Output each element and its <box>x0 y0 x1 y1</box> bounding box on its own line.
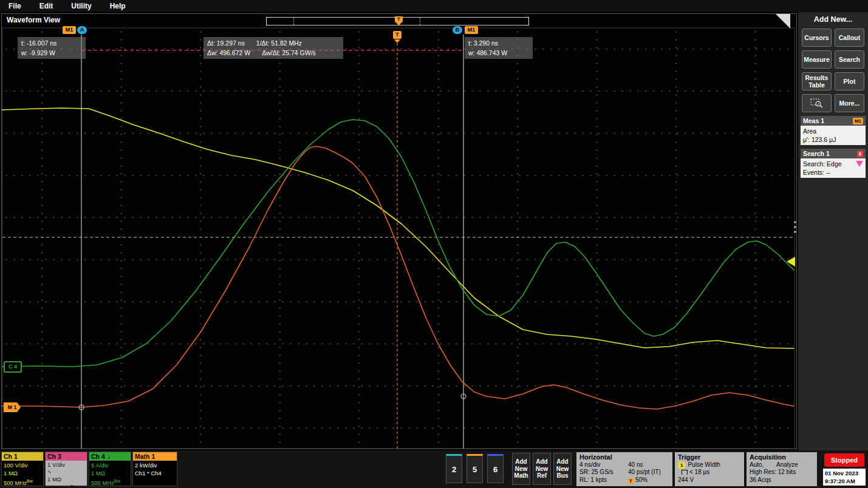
channel-badge-math1[interactable]: Math 1 2 kW/div Ch1 * Ch4 <box>132 452 177 486</box>
datetime-display: 01 Nov 2023 9:37:20 AM <box>823 469 866 486</box>
zoom-box-icon <box>810 98 824 108</box>
cursor-b-time: t: 3.290 ns <box>468 38 529 48</box>
acquisition-mode: Auto, <box>750 461 776 469</box>
menu-bar: File Edit Utility Help <box>0 0 868 12</box>
cursor-a-m1-badge[interactable]: M1 <box>63 26 76 34</box>
ch4-clip-arrow-icon: ↓ <box>108 452 111 461</box>
ch1-scale: 100 V/div <box>4 461 41 469</box>
math1-scale: 2 kW/div <box>135 461 175 469</box>
minimap-left-bracket <box>266 17 270 25</box>
trigger-flag-icon[interactable]: T <box>393 31 402 39</box>
menu-utility[interactable]: Utility <box>71 2 91 10</box>
add-new-bus-button[interactable]: Add New Bus <box>553 453 572 485</box>
acquisition-count: 36 Acqs <box>750 476 814 484</box>
search-button[interactable]: Search <box>835 50 864 69</box>
cursor-a-badge[interactable]: A <box>77 26 87 34</box>
plot-button[interactable]: Plot <box>835 72 864 90</box>
menu-edit[interactable]: Edit <box>39 2 53 10</box>
zoom-corner-icon[interactable] <box>776 14 790 29</box>
trigger-level: 244 V <box>678 476 741 484</box>
run-stop-button[interactable]: Stopped <box>824 453 864 467</box>
search1-card[interactable]: Search 1 3 Search: Edge Events: -- <box>801 149 866 178</box>
horizontal-badge[interactable]: Horizontal 4 ns/div40 ns SR: 25 GS/s40 p… <box>576 452 672 486</box>
cursor-b-value: w: 486.743 W <box>468 48 529 58</box>
cursors-button[interactable]: Cursors <box>802 29 832 47</box>
math1-label: Math 1 <box>135 452 155 461</box>
ch1-bandwidth: 500 MHz <box>4 480 27 486</box>
meas1-source-badge: M1 <box>853 118 863 124</box>
delta-w: Δw: 496.672 W <box>207 48 250 58</box>
ch3-impedance: 1 MΩ <box>47 476 85 483</box>
add-new-title: Add New... <box>798 12 868 24</box>
delta-w-per-t: Δw/Δt: 25.74 GW/s <box>262 48 316 58</box>
date-text: 01 Nov 2023 <box>825 469 864 477</box>
add-new-ref-button[interactable]: Add New Ref <box>533 453 551 485</box>
ch3-label: Ch 3 <box>47 452 61 461</box>
record-length: RL: 1 kpts <box>579 476 628 484</box>
channel-button-6[interactable]: 6 <box>487 454 504 483</box>
ch3-bandwidth: 200 MHz <box>47 485 70 488</box>
cursor-a-readout: t: -16.007 ns w: -9.929 W <box>18 37 86 59</box>
waveform-view-title: Waveform View <box>7 16 60 24</box>
ch1-label: Ch 1 <box>4 452 18 461</box>
trigger-flag-arrow-icon <box>394 39 400 43</box>
measure-button[interactable]: Measure <box>802 50 832 69</box>
delta-t: Δt: 19.297 ns <box>207 38 245 48</box>
minimap-cursor-mark <box>420 18 420 25</box>
search-marker-icon <box>856 161 863 167</box>
minimap-right-bracket <box>525 17 529 25</box>
menu-file[interactable]: File <box>9 2 21 10</box>
trigger-title: Trigger <box>678 453 741 461</box>
search1-type: Search: Edge <box>803 160 863 168</box>
meas1-title: Meas 1 <box>803 117 824 124</box>
meas1-type: Area <box>803 127 863 135</box>
ch4-bandwidth: 500 MHz <box>91 480 114 486</box>
cursor-b-readout: t: 3.290 ns w: 486.743 W <box>465 37 533 59</box>
graticule-frame <box>2 28 795 449</box>
ch1-impedance: 1 MΩ <box>4 469 41 477</box>
channel-button-2[interactable]: 2 <box>446 454 462 483</box>
acquisition-analyze: Analyze <box>776 461 798 469</box>
channel-badge-ch1[interactable]: Ch 1 100 V/div 1 MΩ 500 MHzBw <box>1 452 44 486</box>
horizontal-position: 50% <box>635 476 648 483</box>
channel-badge-ch3[interactable]: Ch 3 1 V/div ∿ 1 MΩ 200 MHzBw <box>45 452 87 486</box>
cursor-a-time: t: -16.007 ns <box>21 38 82 48</box>
trigger-badge[interactable]: Trigger 1Pulse Width < 18 μs 244 V <box>675 452 744 486</box>
cursor-b-m1-badge[interactable]: M1 <box>465 26 478 34</box>
meas1-card[interactable]: Meas 1 M1 Area μ': 123.6 μJ <box>801 116 866 145</box>
add-new-math-button[interactable]: Add New Math <box>512 453 530 485</box>
ch4-label: Ch 4 <box>91 452 105 461</box>
horizontal-title: Horizontal <box>579 453 669 461</box>
waveform-view-window: Waveform View T T M1 A B M1 t: -16.007 <box>1 13 797 449</box>
bottom-bar: Ch 1 100 V/div 1 MΩ 500 MHzBw Ch 3 1 V/d… <box>0 450 868 488</box>
horizontal-span: 40 ns <box>628 461 643 469</box>
ch4-handle-flag[interactable]: C 4 <box>4 361 22 373</box>
channel-badge-ch4[interactable]: Ch 4↓ 5 A/div 1 MΩ 500 MHzBw <box>89 452 131 486</box>
ch4-impedance: 1 MΩ <box>91 469 129 477</box>
results-table-button[interactable]: Results Table <box>802 72 832 90</box>
acquisition-badge[interactable]: Acquisition Auto,Analyze High Res: 12 bi… <box>747 452 817 486</box>
ch4-scale: 5 A/div <box>91 461 129 469</box>
search1-count-badge: 3 <box>857 151 863 157</box>
callout-button[interactable]: Callout <box>835 29 864 47</box>
cursor-a-value: w: -9.929 W <box>21 48 82 58</box>
minimap-trigger-icon[interactable]: T <box>395 16 403 25</box>
horizontal-scale: 4 ns/div <box>579 461 628 469</box>
meas1-value: μ': 123.6 μJ <box>803 135 863 144</box>
add-new-button-grid: Cursors Callout Measure Search Results T… <box>798 24 868 112</box>
channel-button-5[interactable]: 5 <box>466 454 483 483</box>
acquisition-title: Acquisition <box>750 453 814 461</box>
menu-help[interactable]: Help <box>110 2 126 10</box>
cursor-b-badge[interactable]: B <box>453 26 462 34</box>
ch1-level-arrow-icon[interactable] <box>787 257 795 266</box>
draw-a-box-button[interactable] <box>802 94 832 112</box>
panel-splitter-handle[interactable] <box>793 220 797 238</box>
cursor-delta-readout: Δt: 19.297 ns 1/Δt: 51.82 MHz Δw: 496.67… <box>203 37 343 59</box>
more-button[interactable]: More... <box>835 94 864 112</box>
trigger-type: Pulse Width <box>688 461 720 468</box>
time-text: 9:37:20 AM <box>825 477 864 485</box>
trace-ch-1 <box>2 108 794 348</box>
zoom-minimap[interactable]: T <box>266 17 529 25</box>
pulse-width-icon <box>682 470 688 475</box>
trace-ch-4 <box>2 120 794 367</box>
